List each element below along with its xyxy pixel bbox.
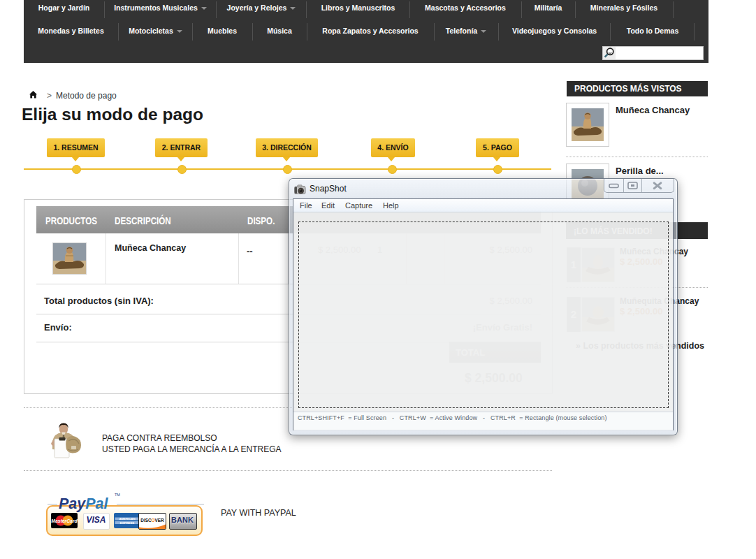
svg-text:DISCOVER: DISCOVER	[140, 518, 164, 523]
svg-text:AMERICAN: AMERICAN	[119, 517, 135, 521]
svg-text:EXPRESS: EXPRESS	[120, 521, 134, 525]
svg-text:MasterCard: MasterCard	[51, 518, 78, 523]
